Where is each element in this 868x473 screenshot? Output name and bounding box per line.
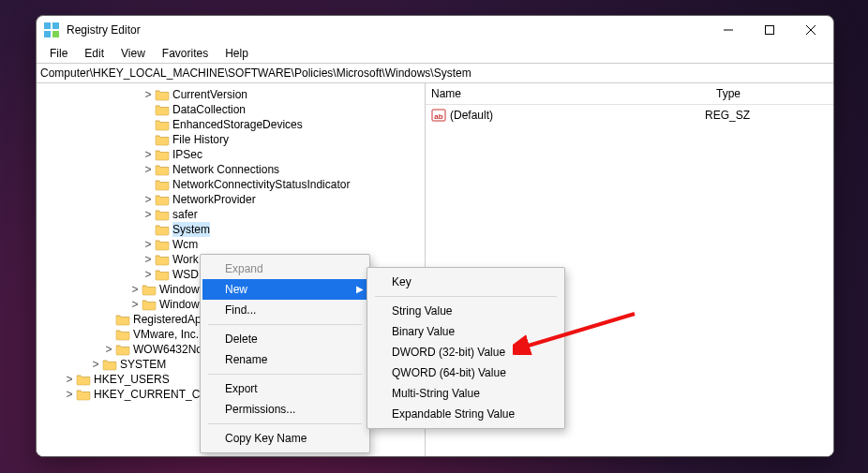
- expand-toggle-icon[interactable]: >: [102, 342, 115, 357]
- sub-multistring-value[interactable]: Multi-String Value: [369, 383, 562, 404]
- expand-toggle-icon[interactable]: >: [142, 207, 155, 222]
- value-type: REG_SZ: [705, 109, 833, 122]
- tree-item-label: SYSTEM: [120, 357, 166, 372]
- address-path: Computer\HKEY_LOCAL_MACHINE\SOFTWARE\Pol…: [40, 67, 471, 80]
- menu-file[interactable]: File: [42, 45, 75, 62]
- maximize-button[interactable]: [749, 16, 790, 44]
- folder-icon: [142, 298, 157, 311]
- tree-item-enhancedstoragedevices[interactable]: EnhancedStorageDevices: [40, 117, 425, 132]
- expand-toggle-icon[interactable]: >: [142, 192, 155, 207]
- expand-toggle-icon[interactable]: >: [142, 237, 155, 252]
- menu-edit[interactable]: Edit: [77, 45, 112, 62]
- tree-item-label: NetworkConnectivityStatusIndicator: [172, 177, 350, 192]
- address-bar[interactable]: Computer\HKEY_LOCAL_MACHINE\SOFTWARE\Pol…: [37, 63, 833, 83]
- ctx-delete[interactable]: Delete: [202, 329, 371, 349]
- svg-rect-1: [52, 22, 59, 29]
- sub-dword-value[interactable]: DWORD (32-bit) Value: [369, 342, 562, 362]
- tree-item-datacollection[interactable]: DataCollection: [40, 102, 425, 117]
- tree-item-filehistory[interactable]: File History: [40, 132, 425, 147]
- registry-editor-window: Registry Editor File Edit View Favorites…: [36, 15, 834, 457]
- close-button[interactable]: [790, 16, 831, 44]
- sub-string-value[interactable]: String Value: [369, 301, 562, 321]
- folder-icon: [155, 238, 170, 251]
- menu-view[interactable]: View: [113, 45, 153, 62]
- ctx-new[interactable]: New ▶: [202, 279, 371, 300]
- tree-item-label: EnhancedStorageDevices: [172, 117, 303, 132]
- tree-item-networkconnections[interactable]: >Network Connections: [40, 162, 425, 177]
- tree-item-label: safer: [172, 207, 198, 222]
- expand-toggle-icon[interactable]: >: [63, 372, 76, 387]
- list-header[interactable]: Name Type: [426, 83, 833, 105]
- expand-toggle-icon[interactable]: >: [142, 87, 155, 102]
- column-type[interactable]: Type: [711, 87, 833, 100]
- menu-favorites[interactable]: Favorites: [155, 45, 216, 62]
- tree-item-system[interactable]: System: [40, 222, 425, 237]
- ctx-separator: [208, 324, 362, 325]
- ctx-find[interactable]: Find...: [202, 300, 371, 320]
- svg-rect-3: [52, 31, 59, 37]
- minimize-button[interactable]: [708, 16, 749, 44]
- new-submenu[interactable]: Key String Value Binary Value DWORD (32-…: [367, 267, 565, 429]
- svg-text:ab: ab: [434, 112, 442, 121]
- tree-item-label: Network Connections: [172, 162, 279, 177]
- tree-item-label: CurrentVersion: [172, 87, 247, 102]
- tree-item-wcm[interactable]: >Wcm: [40, 237, 425, 252]
- value-row[interactable]: ab (Default) REG_SZ: [426, 105, 833, 124]
- expand-toggle-icon[interactable]: >: [142, 162, 155, 177]
- window-controls: [708, 16, 831, 44]
- sub-key[interactable]: Key: [369, 272, 562, 292]
- column-name[interactable]: Name: [426, 87, 711, 100]
- tree-item-safer[interactable]: >safer: [40, 207, 425, 222]
- regedit-icon: [44, 22, 59, 37]
- tree-item-label: Window: [159, 297, 200, 312]
- tree-item-label: HKEY_CURRENT_CO: [94, 387, 209, 402]
- tree-item-label: IPSec: [172, 147, 202, 162]
- folder-icon: [102, 358, 117, 371]
- context-menu[interactable]: Expand New ▶ Find... Delete Rename Expor…: [200, 254, 370, 453]
- ctx-rename[interactable]: Rename: [202, 349, 371, 370]
- expand-toggle-icon[interactable]: >: [89, 357, 102, 372]
- tree-item-label: WOW6432Noc: [133, 342, 208, 357]
- ctx-copy-key-name[interactable]: Copy Key Name: [202, 428, 371, 449]
- expand-toggle-icon[interactable]: >: [142, 252, 155, 267]
- svg-rect-2: [44, 31, 51, 37]
- tree-item-currentversion[interactable]: >CurrentVersion: [40, 87, 425, 102]
- expand-toggle-icon[interactable]: >: [142, 267, 155, 282]
- submenu-arrow-icon: ▶: [356, 285, 364, 294]
- folder-icon: [142, 283, 157, 296]
- sub-expandable-string-value[interactable]: Expandable String Value: [369, 404, 562, 424]
- tree-item-label: System: [172, 222, 210, 237]
- expand-toggle-icon[interactable]: >: [142, 147, 155, 162]
- ctx-separator: [375, 296, 557, 297]
- tree-item-label: File History: [172, 132, 229, 147]
- tree-item-networkconnectivitystatusindicator[interactable]: NetworkConnectivityStatusIndicator: [40, 177, 425, 192]
- folder-icon: [155, 193, 170, 206]
- ctx-expand: Expand: [202, 259, 371, 279]
- menubar: File Edit View Favorites Help: [37, 44, 833, 63]
- folder-icon: [115, 328, 130, 341]
- folder-icon: [155, 88, 170, 101]
- ctx-permissions[interactable]: Permissions...: [202, 399, 371, 420]
- titlebar: Registry Editor: [37, 16, 833, 44]
- folder-icon: [115, 343, 130, 356]
- sub-binary-value[interactable]: Binary Value: [369, 321, 562, 342]
- tree-item-label: WSD: [172, 267, 199, 282]
- expand-toggle-icon[interactable]: >: [63, 387, 76, 402]
- ctx-separator: [208, 374, 362, 375]
- expand-toggle-icon[interactable]: >: [128, 282, 142, 297]
- tree-item-label: Wcm: [172, 237, 198, 252]
- sub-qword-value[interactable]: QWORD (64-bit) Value: [369, 362, 562, 383]
- tree-item-networkprovider[interactable]: >NetworkProvider: [40, 192, 425, 207]
- ctx-new-label: New: [225, 283, 247, 296]
- tree-item-ipsec[interactable]: >IPSec: [40, 147, 425, 162]
- folder-icon: [155, 163, 170, 176]
- tree-item-label: HKEY_USERS: [94, 372, 170, 387]
- menu-help[interactable]: Help: [217, 45, 256, 62]
- ctx-export[interactable]: Export: [202, 378, 371, 399]
- tree-item-label: DataCollection: [172, 102, 246, 117]
- ctx-separator: [208, 423, 362, 424]
- tree-item-label: Window: [159, 282, 200, 297]
- string-value-icon: ab: [431, 108, 446, 123]
- folder-icon: [155, 118, 170, 131]
- expand-toggle-icon[interactable]: >: [128, 297, 142, 312]
